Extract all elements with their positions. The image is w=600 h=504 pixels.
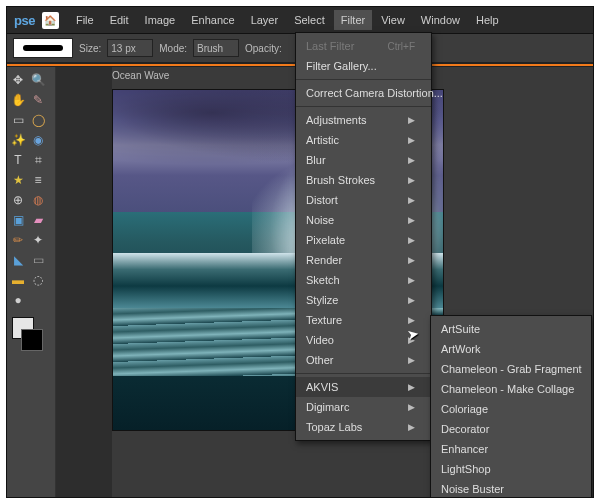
filter-item-digimarc[interactable]: Digimarc▶ xyxy=(296,397,431,417)
submenu-arrow-icon: ▶ xyxy=(408,402,415,412)
zoom-tool[interactable]: 🔍 xyxy=(29,71,47,89)
filter-menu-dropdown: Last FilterCtrl+FFilter Gallery...Correc… xyxy=(295,32,432,441)
submenu-arrow-icon: ▶ xyxy=(408,275,415,285)
opacity-label: Opacity: xyxy=(245,43,282,54)
wand-tool[interactable]: ✨ xyxy=(9,131,27,149)
submenu-arrow-icon: ▶ xyxy=(408,155,415,165)
akvis-item-artsuite[interactable]: ArtSuite xyxy=(431,319,591,339)
app-logo: pse xyxy=(11,13,38,28)
filter-item-akvis[interactable]: AKVIS▶ xyxy=(296,377,431,397)
akvis-item-lightshop[interactable]: LightShop xyxy=(431,459,591,479)
akvis-item-chameleon-make-collage[interactable]: Chameleon - Make Collage xyxy=(431,379,591,399)
eyedropper-tool[interactable]: ✎ xyxy=(29,91,47,109)
filter-item-last-filter: Last FilterCtrl+F xyxy=(296,36,431,56)
filter-item-artistic[interactable]: Artistic▶ xyxy=(296,130,431,150)
type-tool[interactable]: T xyxy=(9,151,27,169)
lasso-tool[interactable]: ◯ xyxy=(29,111,47,129)
filter-item-pixelate[interactable]: Pixelate▶ xyxy=(296,230,431,250)
submenu-arrow-icon: ▶ xyxy=(408,195,415,205)
brush-tool[interactable]: ✏ xyxy=(9,231,27,249)
menu-view[interactable]: View xyxy=(374,10,412,30)
menu-enhance[interactable]: Enhance xyxy=(184,10,241,30)
akvis-item-coloriage[interactable]: Coloriage xyxy=(431,399,591,419)
mode-label: Mode: xyxy=(159,43,187,54)
straighten-tool[interactable]: ≡ xyxy=(29,171,47,189)
clone-tool[interactable]: ▣ xyxy=(9,211,27,229)
tool-panel: ✥🔍✋✎▭◯✨◉T⌗★≡⊕◍▣▰✏✦◣▭▬◌● xyxy=(7,67,56,497)
filter-item-stylize[interactable]: Stylize▶ xyxy=(296,290,431,310)
filter-item-video[interactable]: Video▶ xyxy=(296,330,431,350)
size-label: Size: xyxy=(79,43,101,54)
smart-brush[interactable]: ✦ xyxy=(29,231,47,249)
home-icon[interactable]: 🏠 xyxy=(42,12,59,29)
submenu-arrow-icon: ▶ xyxy=(408,382,415,392)
menu-layer[interactable]: Layer xyxy=(244,10,286,30)
sponge-tool[interactable]: ● xyxy=(9,291,27,309)
filter-item-texture[interactable]: Texture▶ xyxy=(296,310,431,330)
size-field[interactable]: 13 px xyxy=(107,39,153,57)
filter-item-correct-camera-distortion-[interactable]: Correct Camera Distortion... xyxy=(296,83,431,103)
menu-edit[interactable]: Edit xyxy=(103,10,136,30)
submenu-arrow-icon: ▶ xyxy=(408,235,415,245)
eraser-tool[interactable]: ▰ xyxy=(29,211,47,229)
menu-filter[interactable]: Filter xyxy=(334,10,372,30)
filter-item-other[interactable]: Other▶ xyxy=(296,350,431,370)
submenu-arrow-icon: ▶ xyxy=(408,255,415,265)
submenu-arrow-icon: ▶ xyxy=(408,315,415,325)
cookie-cutter[interactable]: ★ xyxy=(9,171,27,189)
filter-item-brush-strokes[interactable]: Brush Strokes▶ xyxy=(296,170,431,190)
menu-help[interactable]: Help xyxy=(469,10,506,30)
gradient-tool[interactable]: ▭ xyxy=(29,251,47,269)
submenu-arrow-icon: ▶ xyxy=(408,135,415,145)
filter-item-blur[interactable]: Blur▶ xyxy=(296,150,431,170)
akvis-item-artwork[interactable]: ArtWork xyxy=(431,339,591,359)
menu-select[interactable]: Select xyxy=(287,10,332,30)
brush-preview[interactable] xyxy=(13,38,73,58)
menu-file[interactable]: File xyxy=(69,10,101,30)
blur-tool[interactable]: ◌ xyxy=(29,271,47,289)
filter-item-filter-gallery-[interactable]: Filter Gallery... xyxy=(296,56,431,76)
submenu-arrow-icon: ▶ xyxy=(408,422,415,432)
akvis-submenu: ArtSuiteArtWorkChameleon - Grab Fragment… xyxy=(430,315,592,498)
mode-field[interactable]: Brush xyxy=(193,39,239,57)
crop-tool[interactable]: ⌗ xyxy=(29,151,47,169)
submenu-arrow-icon: ▶ xyxy=(408,355,415,365)
filter-item-sketch[interactable]: Sketch▶ xyxy=(296,270,431,290)
filter-item-adjustments[interactable]: Adjustments▶ xyxy=(296,110,431,130)
hand-tool[interactable]: ✋ xyxy=(9,91,27,109)
filter-item-noise[interactable]: Noise▶ xyxy=(296,210,431,230)
menubar: FileEditImageEnhanceLayerSelectFilterVie… xyxy=(69,10,506,30)
bucket-tool[interactable]: ◣ xyxy=(9,251,27,269)
submenu-arrow-icon: ▶ xyxy=(408,115,415,125)
menu-image[interactable]: Image xyxy=(138,10,183,30)
filter-item-render[interactable]: Render▶ xyxy=(296,250,431,270)
filter-item-distort[interactable]: Distort▶ xyxy=(296,190,431,210)
app-window: pse 🏠 FileEditImageEnhanceLayerSelectFil… xyxy=(6,6,594,498)
akvis-item-chameleon-grab-fragment[interactable]: Chameleon - Grab Fragment xyxy=(431,359,591,379)
submenu-arrow-icon: ▶ xyxy=(408,335,415,345)
submenu-arrow-icon: ▶ xyxy=(408,295,415,305)
bg-swatch[interactable] xyxy=(21,329,43,351)
akvis-item-decorator[interactable]: Decorator xyxy=(431,419,591,439)
akvis-item-noise-buster[interactable]: Noise Buster xyxy=(431,479,591,498)
submenu-arrow-icon: ▶ xyxy=(408,175,415,185)
titlebar: pse 🏠 FileEditImageEnhanceLayerSelectFil… xyxy=(7,7,593,34)
document-tab[interactable]: Ocean Wave xyxy=(112,70,169,81)
healing-tool[interactable]: ◍ xyxy=(29,191,47,209)
submenu-arrow-icon: ▶ xyxy=(408,215,415,225)
redeye-tool[interactable]: ⊕ xyxy=(9,191,27,209)
menu-window[interactable]: Window xyxy=(414,10,467,30)
shape-tool[interactable]: ▬ xyxy=(9,271,27,289)
filter-item-topaz-labs[interactable]: Topaz Labs▶ xyxy=(296,417,431,437)
akvis-item-enhancer[interactable]: Enhancer xyxy=(431,439,591,459)
selection-brush[interactable]: ◉ xyxy=(29,131,47,149)
marquee-tool[interactable]: ▭ xyxy=(9,111,27,129)
move-tool[interactable]: ✥ xyxy=(9,71,27,89)
